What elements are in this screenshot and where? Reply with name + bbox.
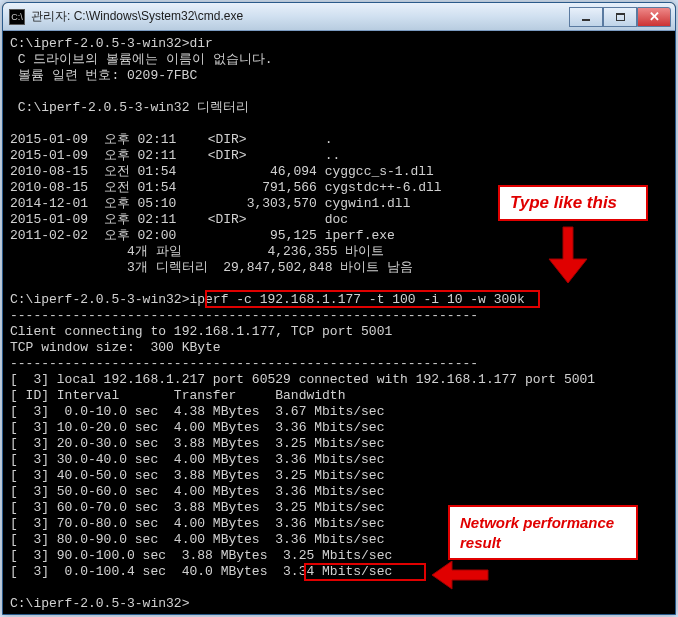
output-line: C 드라이브의 볼륨에는 이름이 없습니다. (10, 52, 273, 67)
close-icon: ✕ (649, 9, 660, 24)
result-line: [ 3] 90.0-100.0 sec 3.88 MBytes 3.25 Mbi… (10, 548, 392, 563)
prompt: C:\iperf-2.0.5-3-win32> (10, 292, 189, 307)
result-line: [ 3] 80.0-90.0 sec 4.00 MBytes 3.36 Mbit… (10, 532, 384, 547)
dir-line: 3개 디렉터리 29,847,502,848 바이트 남음 (10, 260, 413, 275)
prompt: C:\iperf-2.0.5-3-win32> (10, 36, 189, 51)
dir-line: 2015-01-09 오후 02:11 <DIR> .. (10, 148, 340, 163)
separator-line: ----------------------------------------… (10, 308, 478, 323)
prompt: C:\iperf-2.0.5-3-win32> (10, 596, 189, 611)
minimize-button[interactable] (569, 7, 603, 27)
separator-line: ----------------------------------------… (10, 356, 478, 371)
result-line: [ 3] 40.0-50.0 sec 3.88 MBytes 3.25 Mbit… (10, 468, 384, 483)
annotation-callout-type: Type like this (498, 185, 648, 221)
output-line: TCP window size: 300 KByte (10, 340, 221, 355)
maximize-button[interactable] (603, 7, 637, 27)
window-title: 관리자: C:\Windows\System32\cmd.exe (31, 8, 569, 25)
dir-line: 2014-12-01 오후 05:10 3,303,570 cygwin1.dl… (10, 196, 410, 211)
result-line: [ 3] 50.0-60.0 sec 4.00 MBytes 3.36 Mbit… (10, 484, 384, 499)
command-text: dir (189, 36, 212, 51)
dir-line: 4개 파일 4,236,355 바이트 (10, 244, 384, 259)
result-line: [ 3] 60.0-70.0 sec 3.88 MBytes 3.25 Mbit… (10, 500, 384, 515)
table-header: [ ID] Interval Transfer Bandwidth (10, 388, 345, 403)
dir-line: 2015-01-09 오후 02:11 <DIR> doc (10, 212, 348, 227)
output-line: C:\iperf-2.0.5-3-win32 디렉터리 (10, 100, 249, 115)
dir-line: 2010-08-15 오전 01:54 791,566 cygstdc++-6.… (10, 180, 442, 195)
minimize-icon (582, 19, 590, 21)
arrow-left-icon (430, 561, 490, 595)
result-line: [ 3] 20.0-30.0 sec 3.88 MBytes 3.25 Mbit… (10, 436, 384, 451)
output-line: 볼륨 일련 번호: 0209-7FBC (10, 68, 197, 83)
result-line: [ 3] 30.0-40.0 sec 4.00 MBytes 3.36 Mbit… (10, 452, 384, 467)
result-line: [ 3] 0.0-100.4 sec 40.0 MBytes 3.34 Mbit… (10, 564, 392, 579)
window-controls: ✕ (569, 7, 671, 27)
dir-line: 2011-02-02 오후 02:00 95,125 iperf.exe (10, 228, 395, 243)
cmd-icon: C:\ (9, 9, 25, 25)
result-line: [ 3] 0.0-10.0 sec 4.38 MBytes 3.67 Mbits… (10, 404, 384, 419)
dir-line: 2015-01-09 오후 02:11 <DIR> . (10, 132, 332, 147)
titlebar[interactable]: C:\ 관리자: C:\Windows\System32\cmd.exe ✕ (3, 3, 675, 31)
output-line: [ 3] local 192.168.1.217 port 60529 conn… (10, 372, 595, 387)
maximize-icon (616, 13, 625, 21)
result-line: [ 3] 10.0-20.0 sec 4.00 MBytes 3.36 Mbit… (10, 420, 384, 435)
close-button[interactable]: ✕ (637, 7, 671, 27)
output-line: Client connecting to 192.168.1.177, TCP … (10, 324, 392, 339)
arrow-down-icon (543, 225, 593, 285)
command-text: iperf -c 192.168.1.177 -t 100 -i 10 -w 3… (189, 292, 524, 307)
dir-line: 2010-08-15 오전 01:54 46,094 cyggcc_s-1.dl… (10, 164, 434, 179)
result-line: [ 3] 70.0-80.0 sec 4.00 MBytes 3.36 Mbit… (10, 516, 384, 531)
annotation-callout-result: Network performance result (448, 505, 638, 560)
